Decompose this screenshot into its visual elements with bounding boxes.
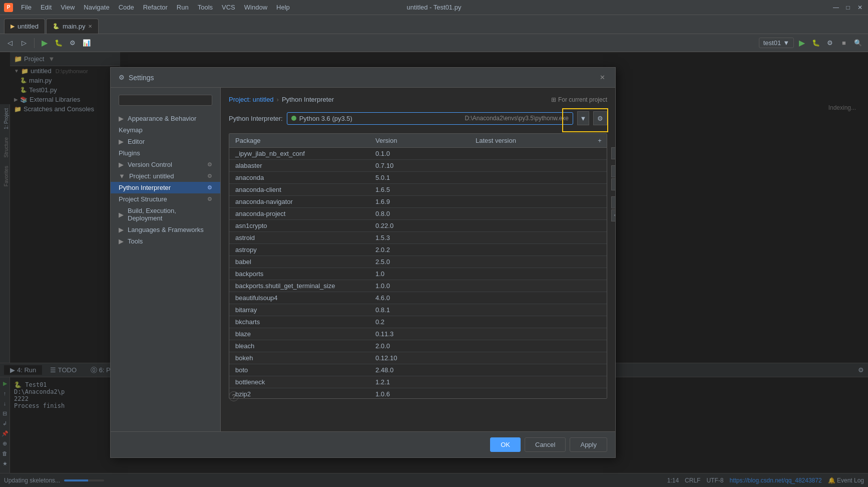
table-row[interactable]: bokeh 0.12.10	[229, 352, 607, 364]
menu-run[interactable]: Run	[173, 3, 193, 12]
tab-untitled[interactable]: ▶ untitled	[4, 19, 45, 34]
table-row[interactable]: anaconda-project 0.8.0	[229, 208, 607, 220]
settings-item-keymap[interactable]: Keymap	[111, 124, 220, 136]
tab-close-main-py[interactable]: ✕	[88, 24, 92, 29]
menu-navigate[interactable]: Navigate	[80, 3, 113, 12]
menu-file[interactable]: File	[17, 3, 36, 12]
settings-item-version-control[interactable]: ▶ Version Control ⚙	[111, 159, 220, 170]
table-row[interactable]: babel 2.5.0	[229, 256, 607, 268]
project-scope-icon: ⊞	[551, 96, 556, 103]
minimize-button[interactable]: —	[832, 4, 840, 12]
run-config-selector[interactable]: test01 ▼	[759, 38, 794, 48]
manage-repos-button[interactable]: 👁	[611, 209, 615, 221]
pkg-cell-version: 0.12.10	[369, 352, 470, 364]
pkg-cell-latest	[470, 340, 607, 352]
menu-edit[interactable]: Edit	[37, 3, 56, 12]
table-row[interactable]: boto 2.48.0	[229, 364, 607, 376]
pkg-cell-version: 1.0.0	[369, 280, 470, 292]
toolbar-build-button[interactable]: ⚙	[67, 37, 79, 49]
table-row[interactable]: bleach 2.0.0	[229, 340, 607, 352]
pkg-cell-latest	[470, 280, 607, 292]
menu-tools[interactable]: Tools	[194, 3, 217, 12]
pkg-cell-latest	[470, 208, 607, 219]
tab-main-py[interactable]: 🐍 main.py ✕	[46, 19, 99, 34]
maximize-button[interactable]: □	[844, 4, 852, 12]
table-row[interactable]: bitarray 0.8.1	[229, 304, 607, 316]
menu-window[interactable]: Window	[240, 3, 271, 12]
settings-label-keymap: Keymap	[119, 126, 143, 134]
close-button[interactable]: ✕	[856, 4, 864, 12]
table-row[interactable]: beautifulsoup4 4.6.0	[229, 292, 607, 304]
pkg-cell-version: 1.0	[369, 268, 470, 280]
pkg-cell-latest	[470, 268, 607, 280]
run-button[interactable]: ▶	[796, 37, 808, 49]
package-table-header: Package Version Latest version +	[229, 134, 607, 148]
settings-item-project-structure[interactable]: Project Structure ⚙	[111, 193, 220, 205]
coverage-run-button[interactable]: ⚙	[824, 37, 836, 49]
interpreter-dropdown-button[interactable]: ▼	[577, 111, 589, 125]
breadcrumb-project-link[interactable]: Project: untitled	[229, 96, 274, 103]
search-everywhere-button[interactable]: 🔍	[852, 37, 864, 49]
table-row[interactable]: backports 1.0	[229, 268, 607, 280]
pkg-cell-version: 0.11.3	[369, 328, 470, 340]
settings-item-build[interactable]: ▶ Build, Execution, Deployment	[111, 205, 220, 224]
settings-item-plugins[interactable]: Plugins	[111, 147, 220, 159]
menu-vcs[interactable]: VCS	[218, 3, 239, 12]
add-package-button[interactable]: +	[593, 134, 607, 147]
refresh-packages-button[interactable]: ↻	[611, 196, 615, 208]
menu-view[interactable]: View	[57, 3, 79, 12]
toolbar-debug-button[interactable]: 🐛	[53, 37, 65, 49]
table-row[interactable]: backports.shutil_get_terminal_size 1.0.0	[229, 280, 607, 292]
menu-refactor[interactable]: Refactor	[139, 3, 172, 12]
remove-package-button[interactable]: −	[611, 147, 615, 159]
toolbar-back-button[interactable]: ◁	[4, 37, 16, 49]
table-row[interactable]: _ipyw_jlab_nb_ext_conf 0.1.0	[229, 148, 607, 160]
settings-item-languages[interactable]: ▶ Languages & Frameworks	[111, 224, 220, 235]
toolbar-coverage-button[interactable]: 📊	[81, 37, 93, 49]
ok-button[interactable]: OK	[490, 437, 521, 452]
pkg-cell-version: 0.22.0	[369, 220, 470, 231]
table-row[interactable]: astropy 2.0.2	[229, 244, 607, 256]
pkg-cell-latest	[470, 388, 607, 398]
interpreter-select-box[interactable]: Python 3.6 (py3.5) D:\Anaconda2\envs\py3…	[287, 112, 573, 125]
scroll-up-button[interactable]: ▲	[611, 165, 615, 177]
table-row[interactable]: alabaster 0.7.10	[229, 160, 607, 172]
collapse-icon-tools: ▶	[119, 237, 124, 245]
debug-button[interactable]: 🐛	[810, 37, 822, 49]
menu-help[interactable]: Help	[272, 3, 294, 12]
table-row[interactable]: anaconda 5.0.1	[229, 172, 607, 184]
table-row[interactable]: bkcharts 0.2	[229, 316, 607, 328]
settings-item-python-interpreter[interactable]: Python Interpreter ⚙	[111, 182, 220, 193]
table-row[interactable]: astroid 1.5.3	[229, 232, 607, 244]
interpreter-settings-button[interactable]: ⚙	[593, 111, 607, 125]
table-row[interactable]: asn1crypto 0.22.0	[229, 220, 607, 232]
table-row[interactable]: bottleneck 1.2.1	[229, 376, 607, 388]
settings-content: Project: untitled › Python Interpreter ⊞…	[221, 88, 615, 431]
cancel-button[interactable]: Cancel	[525, 437, 566, 452]
collapse-icon-build: ▶	[119, 211, 124, 218]
modal-close-button[interactable]: ✕	[597, 73, 607, 83]
table-row[interactable]: blaze 0.11.3	[229, 328, 607, 340]
pkg-cell-version: 1.0.6	[369, 388, 470, 398]
settings-item-project-untitled[interactable]: ▼ Project: untitled ⚙	[111, 170, 220, 182]
toolbar-run-button[interactable]: ▶	[39, 37, 51, 49]
settings-search-input[interactable]	[119, 95, 212, 106]
run-config-label: test01	[763, 39, 781, 47]
settings-item-tools[interactable]: ▶ Tools	[111, 235, 220, 247]
settings-item-appearance[interactable]: ▶ Appearance & Behavior	[111, 113, 220, 124]
help-button[interactable]: ?	[229, 391, 239, 401]
pkg-cell-name: bleach	[229, 340, 369, 352]
scroll-down-button[interactable]: ▼	[611, 178, 615, 190]
table-row[interactable]: bzip2 1.0.6	[229, 388, 607, 398]
collapse-icon-editor: ▶	[119, 138, 124, 145]
interpreter-path: D:\Anaconda2\envs\py3.5\pythonw.exe	[465, 115, 569, 122]
table-row[interactable]: anaconda-navigator 1.6.9	[229, 196, 607, 208]
stop-button[interactable]: ■	[838, 37, 850, 49]
toolbar-forward-button[interactable]: ▷	[18, 37, 30, 49]
settings-item-editor[interactable]: ▶ Editor	[111, 136, 220, 147]
table-row[interactable]: anaconda-client 1.6.5	[229, 184, 607, 196]
apply-button[interactable]: Apply	[570, 437, 607, 452]
menu-code[interactable]: Code	[115, 3, 138, 12]
for-current-project-label: For current project	[558, 96, 607, 103]
pkg-cell-latest	[470, 316, 607, 328]
